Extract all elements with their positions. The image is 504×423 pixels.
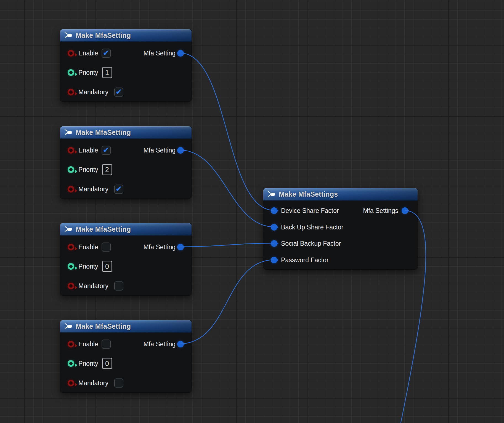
wire-node3-to-social-backup-factor[interactable] — [180, 243, 274, 247]
pin-row-enable: Enable Mfa Setting — [60, 242, 192, 252]
pin-label: Mandatory — [78, 89, 108, 96]
struct-pin-mfa-setting-output[interactable] — [177, 341, 184, 347]
struct-pin-mfa-setting-output[interactable] — [177, 244, 184, 250]
output-pin-label: Mfa Setting — [144, 243, 176, 251]
mandatory-checkbox[interactable] — [114, 88, 123, 97]
enable-checkbox[interactable] — [102, 146, 111, 155]
enable-checkbox[interactable] — [102, 340, 111, 349]
priority-value-input[interactable]: 0 — [102, 358, 112, 369]
pin-row-social-backup-factor: Social Backup Factor — [263, 239, 418, 248]
pin-label: Mandatory — [78, 379, 108, 387]
priority-value-input[interactable]: 0 — [102, 261, 112, 272]
make-struct-icon: ↘↗ — [64, 128, 73, 136]
pin-label: Enable — [78, 147, 98, 154]
node-header[interactable]: ↘↗ Make MfaSetting — [60, 29, 192, 42]
pin-label: Mandatory — [78, 186, 108, 193]
enable-checkbox[interactable] — [102, 49, 111, 58]
bool-pin-mandatory[interactable] — [68, 283, 74, 289]
node-make-mfasettings[interactable]: ↘↗ Make MfaSettings Device Share Factor … — [263, 188, 418, 270]
pin-label: Priority — [78, 69, 98, 76]
pin-label: Mandatory — [78, 282, 108, 290]
make-struct-icon: ↘↗ — [267, 190, 276, 198]
bool-pin-mandatory[interactable] — [68, 380, 74, 386]
node-make-mfasetting-4[interactable]: ↘↗ Make MfaSetting Enable Mfa Setting Pr… — [60, 320, 192, 393]
pin-row-mandatory: Mandatory — [60, 281, 192, 291]
node-header[interactable]: ↘↗ Make MfaSetting — [60, 126, 192, 139]
mandatory-checkbox[interactable] — [114, 379, 123, 388]
pin-label: Device Share Factor — [281, 207, 339, 215]
blueprint-graph-canvas[interactable]: { "canvas": { "bg_color": "#282828", "gr… — [0, 0, 504, 423]
pin-label: Enable — [78, 341, 98, 348]
bool-pin-enable[interactable] — [68, 341, 74, 347]
pin-row-priority: Priority 0 — [60, 261, 192, 271]
pin-row-password-factor: Password Factor — [263, 255, 418, 265]
pin-row-mandatory: Mandatory — [60, 378, 192, 388]
struct-pin-back-up-share-factor[interactable] — [271, 224, 277, 231]
pin-row-enable: Enable Mfa Setting — [60, 339, 192, 349]
pin-row-enable: Enable Mfa Setting — [60, 48, 192, 58]
mandatory-checkbox[interactable] — [114, 185, 123, 194]
pin-label: Password Factor — [281, 256, 329, 264]
struct-pin-mfa-setting-output[interactable] — [177, 50, 184, 57]
pin-label: Priority — [78, 360, 98, 367]
output-pin-label: Mfa Setting — [144, 147, 176, 154]
struct-pin-mfa-settings-output[interactable] — [402, 207, 408, 214]
node-make-mfasetting-2[interactable]: ↘↗ Make MfaSetting Enable Mfa Setting Pr… — [60, 126, 192, 199]
struct-pin-social-backup-factor[interactable] — [271, 240, 277, 247]
pin-label: Social Backup Factor — [281, 240, 341, 247]
node-title: Make MfaSetting — [76, 225, 131, 233]
pin-label: Enable — [78, 243, 98, 251]
node-title: Make MfaSetting — [76, 31, 131, 39]
pin-label: Priority — [78, 166, 98, 173]
mandatory-checkbox[interactable] — [114, 282, 123, 291]
node-header[interactable]: ↘↗ Make MfaSetting — [60, 320, 192, 333]
node-make-mfasetting-3[interactable]: ↘↗ Make MfaSetting Enable Mfa Setting Pr… — [60, 223, 192, 296]
int-pin-priority[interactable] — [68, 69, 74, 76]
pin-row-enable: Enable Mfa Setting — [60, 145, 192, 155]
pin-row-mandatory: Mandatory — [60, 87, 192, 97]
pin-row-mandatory: Mandatory — [60, 184, 192, 194]
node-title: Make MfaSetting — [76, 128, 131, 136]
output-pin-label: Mfa Settings — [363, 207, 398, 215]
struct-pin-mfa-setting-output[interactable] — [177, 147, 184, 154]
output-pin-label: Mfa Setting — [144, 341, 176, 348]
wire-node4-to-password-factor[interactable] — [180, 260, 274, 344]
priority-value-input[interactable]: 2 — [102, 164, 112, 175]
make-struct-icon: ↘↗ — [64, 225, 73, 233]
bool-pin-enable[interactable] — [68, 244, 74, 250]
bool-pin-enable[interactable] — [68, 50, 74, 57]
node-title: Make MfaSetting — [76, 322, 131, 330]
int-pin-priority[interactable] — [68, 166, 74, 173]
int-pin-priority[interactable] — [68, 263, 74, 270]
node-title: Make MfaSettings — [279, 190, 338, 198]
output-pin-label: Mfa Setting — [144, 50, 176, 57]
node-header[interactable]: ↘↗ Make MfaSettings — [263, 188, 418, 201]
int-pin-priority[interactable] — [68, 360, 74, 367]
bool-pin-mandatory[interactable] — [68, 89, 74, 95]
wire-node2-to-back-up-share-factor[interactable] — [180, 150, 274, 227]
pin-row-priority: Priority 0 — [60, 358, 192, 368]
pin-row-priority: Priority 1 — [60, 68, 192, 77]
bool-pin-enable[interactable] — [68, 147, 74, 154]
priority-value-input[interactable]: 1 — [102, 67, 112, 78]
node-make-mfasetting-1[interactable]: ↘↗ Make MfaSetting Enable Mfa Setting Pr… — [60, 29, 192, 102]
enable-checkbox[interactable] — [102, 243, 111, 252]
pin-label: Back Up Share Factor — [281, 224, 343, 231]
node-header[interactable]: ↘↗ Make MfaSetting — [60, 223, 192, 236]
wire-node1-to-device-share-factor[interactable] — [180, 53, 274, 210]
struct-pin-device-share-factor[interactable] — [271, 207, 277, 214]
pin-row-back-up-share-factor: Back Up Share Factor — [263, 222, 418, 232]
make-struct-icon: ↘↗ — [64, 31, 73, 39]
make-struct-icon: ↘↗ — [64, 322, 73, 330]
pin-row-device-share-factor: Device Share Factor Mfa Settings — [263, 206, 418, 216]
pin-label: Priority — [78, 263, 98, 270]
bool-pin-mandatory[interactable] — [68, 186, 74, 192]
struct-pin-password-factor[interactable] — [271, 257, 277, 263]
pin-row-priority: Priority 2 — [60, 165, 192, 175]
pin-label: Enable — [78, 50, 98, 57]
